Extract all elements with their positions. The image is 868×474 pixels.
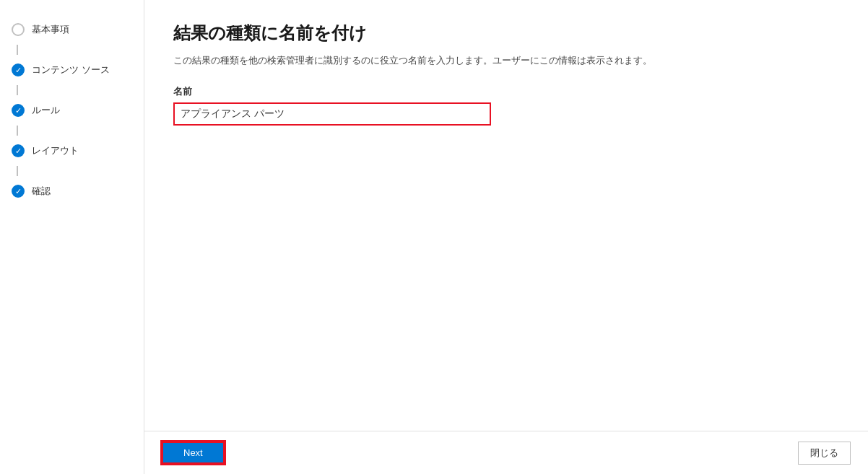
check-icon-rules: ✓: [15, 106, 22, 115]
step-circle-confirm: ✓: [12, 185, 25, 198]
sidebar-item-rules[interactable]: ✓ ルール: [0, 95, 144, 126]
next-button[interactable]: Next: [162, 442, 225, 464]
sidebar-label-contents: コンテンツ ソース: [32, 63, 110, 76]
step-circle-rules: ✓: [12, 104, 25, 117]
sidebar-label-confirm: 確認: [32, 185, 51, 198]
sidebar: 基本事項 ✓ コンテンツ ソース ✓ ルール ✓ レイアウト ✓: [0, 0, 144, 474]
check-icon-layout: ✓: [15, 146, 22, 156]
bottom-bar: Next 閉じる: [144, 431, 868, 474]
sidebar-label-rules: ルール: [32, 104, 60, 117]
close-button[interactable]: 閉じる: [798, 442, 851, 465]
bottom-left-actions: Next: [162, 442, 225, 464]
content-area: 結果の種類に名前を付け この結果の種類を他の検索管理者に識別するのに役立つ名前を…: [144, 0, 868, 431]
sidebar-label-layout: レイアウト: [32, 144, 79, 157]
sidebar-item-layout[interactable]: ✓ レイアウト: [0, 136, 144, 166]
name-input[interactable]: [173, 102, 491, 126]
name-field-label: 名前: [173, 85, 839, 98]
check-icon-confirm: ✓: [15, 187, 22, 196]
sidebar-item-confirm[interactable]: ✓ 確認: [0, 176, 144, 206]
check-icon-contents: ✓: [15, 66, 22, 75]
page-title: 結果の種類に名前を付け: [173, 22, 839, 45]
step-circle-kihon: [12, 23, 25, 36]
sidebar-label-kihon: 基本事項: [32, 23, 69, 36]
sidebar-item-kihon[interactable]: 基本事項: [0, 14, 144, 45]
main-container: 基本事項 ✓ コンテンツ ソース ✓ ルール ✓ レイアウト ✓: [0, 0, 868, 474]
page-description: この結果の種類を他の検索管理者に識別するのに役立つ名前を入力します。ユーザーにこ…: [173, 53, 839, 68]
step-circle-contents: ✓: [12, 63, 25, 76]
step-circle-layout: ✓: [12, 144, 25, 157]
sidebar-item-contents[interactable]: ✓ コンテンツ ソース: [0, 55, 144, 85]
